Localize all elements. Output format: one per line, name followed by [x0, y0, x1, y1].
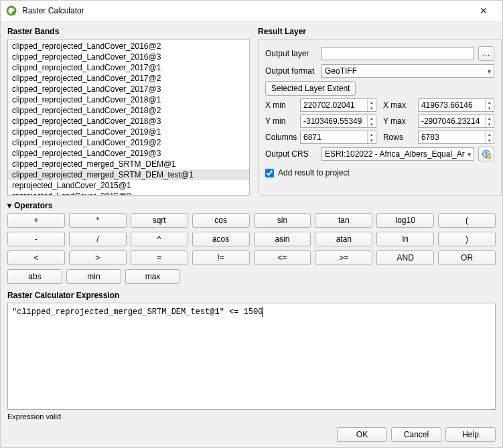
output-crs-label: Output CRS [265, 149, 317, 159]
chevron-down-icon: ▾ [488, 68, 491, 75]
xmax-label: X max [383, 100, 414, 110]
columns-label: Columns [265, 133, 296, 142]
xmax-input[interactable]: ▴▾ [418, 98, 494, 112]
xmin-input[interactable]: ▴▾ [300, 98, 376, 112]
raster-band-item[interactable]: clipped_reprojected_LandCover_2019@1 [8, 127, 249, 137]
svg-point-3 [487, 155, 491, 159]
add-result-checkbox[interactable] [265, 169, 274, 177]
operator-button[interactable]: min [66, 269, 121, 284]
raster-band-item[interactable]: clipped_reprojected_LandCover_2019@2 [8, 137, 249, 148]
operator-button[interactable]: > [69, 250, 127, 265]
columns-input[interactable]: ▴▾ [300, 131, 376, 144]
output-layer-browse-button[interactable]: … [478, 46, 494, 61]
output-crs-value: ESRI:102022 - Africa_Albers_Equal_Ar [325, 149, 465, 159]
raster-band-item[interactable]: clipped_reprojected_LandCover_2018@1 [8, 94, 249, 105]
raster-band-item[interactable]: clipped_reprojected_LandCover_2019@3 [8, 148, 249, 159]
expression-status: Expression valid [7, 413, 496, 421]
svg-rect-1 [12, 11, 15, 15]
operator-button[interactable]: ln [376, 232, 434, 246]
operator-button[interactable]: log10 [376, 213, 434, 228]
rows-label: Rows [383, 133, 414, 142]
output-format-label: Output format [265, 66, 317, 76]
operator-button[interactable]: >= [315, 250, 372, 265]
operator-button[interactable]: ) [438, 232, 496, 246]
operator-button[interactable]: <= [254, 250, 311, 265]
xmin-label: X min [265, 100, 296, 110]
output-format-value: GeoTIFF [325, 66, 357, 76]
raster-band-item[interactable]: clipped_reprojected_LandCover_2016@3 [8, 52, 249, 62]
ymax-input[interactable]: ▴▾ [418, 115, 494, 128]
operator-button[interactable]: + [7, 213, 65, 228]
raster-band-item[interactable]: clipped_reprojected_LandCover_2017@3 [8, 84, 249, 94]
operator-button[interactable]: != [192, 250, 250, 265]
output-crs-combo[interactable]: ESRI:102022 - Africa_Albers_Equal_Ar ▾ [321, 147, 474, 161]
operator-button[interactable]: AND [376, 250, 434, 265]
rows-input[interactable]: ▴▾ [418, 131, 494, 144]
ymin-label: Y min [265, 117, 296, 126]
result-layer-heading: Result Layer [258, 27, 502, 36]
operator-button[interactable]: = [131, 250, 188, 265]
operator-button[interactable]: acos [192, 232, 250, 246]
raster-band-item[interactable]: clipped_reprojected_LandCover_2016@2 [8, 41, 249, 52]
operators-toggle[interactable]: ▾ Operators [7, 201, 496, 210]
ymin-input[interactable]: ▴▾ [300, 115, 376, 128]
raster-band-item[interactable]: clipped_reprojected_LandCover_2018@3 [8, 116, 249, 127]
operator-button[interactable]: tan [315, 213, 372, 228]
qgis-icon [6, 5, 17, 16]
operator-button[interactable]: sqrt [131, 213, 188, 228]
output-format-combo[interactable]: GeoTIFF ▾ [321, 64, 494, 78]
raster-band-item[interactable]: clipped_reprojected_LandCover_2018@2 [8, 105, 249, 116]
operator-button[interactable]: * [69, 213, 127, 228]
globe-icon [482, 149, 491, 159]
selected-layer-extent-button[interactable]: Selected Layer Extent [265, 81, 356, 96]
operator-button[interactable]: ^ [131, 232, 188, 246]
raster-bands-list[interactable]: clipped_reprojected_LandCover_2016@2clip… [7, 39, 250, 196]
operator-button[interactable]: ( [438, 213, 496, 228]
raster-bands-heading: Raster Bands [7, 27, 250, 36]
operator-button[interactable]: cos [192, 213, 250, 228]
raster-band-item[interactable]: reprojected_LandCover_2015@2 [8, 191, 249, 196]
expression-heading: Raster Calculator Expression [7, 291, 496, 300]
crs-select-button[interactable] [478, 147, 494, 161]
cancel-button[interactable]: Cancel [391, 427, 441, 442]
expression-textarea[interactable]: "clipped_reprojected_merged_SRTM_DEM_tes… [7, 303, 496, 410]
operator-button[interactable]: asin [254, 232, 311, 246]
help-button[interactable]: Help [445, 427, 496, 442]
operator-button[interactable]: max [125, 269, 180, 284]
window-title: Raster Calculator [22, 6, 470, 15]
titlebar: Raster Calculator ✕ [1, 1, 502, 21]
raster-band-item[interactable]: clipped_reprojected_merged_SRTM_DEM_test… [8, 169, 249, 180]
operator-button[interactable]: atan [315, 232, 372, 246]
raster-band-item[interactable]: reprojected_LandCover_2015@1 [8, 180, 249, 191]
add-result-label[interactable]: Add result to project [278, 168, 350, 177]
raster-band-item[interactable]: clipped_reprojected_merged_SRTM_DEM@1 [8, 159, 249, 169]
operator-button[interactable]: OR [438, 250, 496, 265]
raster-band-item[interactable]: clipped_reprojected_LandCover_2017@1 [8, 62, 249, 73]
operator-button[interactable]: sin [254, 213, 311, 228]
chevron-down-icon: ▾ [468, 151, 471, 158]
close-button[interactable]: ✕ [470, 5, 497, 16]
operators-heading: Operators [14, 201, 52, 210]
output-layer-label: Output layer [265, 49, 317, 58]
operator-button[interactable]: < [7, 250, 65, 265]
operator-button[interactable]: - [7, 232, 65, 246]
triangle-down-icon: ▾ [7, 201, 11, 210]
operator-button[interactable]: / [69, 232, 127, 246]
output-layer-input[interactable] [321, 47, 474, 60]
ymax-label: Y max [383, 117, 414, 126]
ok-button[interactable]: OK [337, 427, 387, 442]
raster-band-item[interactable]: clipped_reprojected_LandCover_2017@2 [8, 73, 249, 84]
operator-button[interactable]: abs [7, 269, 62, 284]
